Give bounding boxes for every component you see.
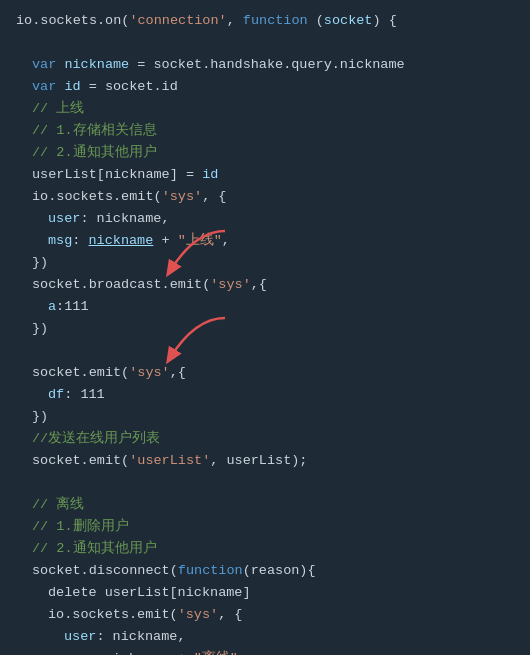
code-line-27: delete userList[nickname]: [0, 582, 530, 604]
code-line-28: io.sockets.emit('sys', {: [0, 604, 530, 626]
code-line-12: }): [0, 252, 530, 274]
code-line-1: io.sockets.on('connection', function (so…: [0, 10, 530, 32]
code-line-20: //发送在线用户列表: [0, 428, 530, 450]
code-line-29: user: nickname,: [0, 626, 530, 648]
code-line-23: // 离线: [0, 494, 530, 516]
code-line-15: }): [0, 318, 530, 340]
code-line-6: // 1.存储相关信息: [0, 120, 530, 142]
code-line-26: socket.disconnect(function(reason){: [0, 560, 530, 582]
code-line-4: var id = socket.id: [0, 76, 530, 98]
code-line-16: [0, 340, 530, 362]
code-line-9: io.sockets.emit('sys', {: [0, 186, 530, 208]
code-line-19: }): [0, 406, 530, 428]
code-line-22: [0, 472, 530, 494]
code-line-7: // 2.通知其他用户: [0, 142, 530, 164]
code-line-2: [0, 32, 530, 54]
code-line-8: userList[nickname] = id: [0, 164, 530, 186]
code-line-30: msg: nickname + "离线": [0, 648, 530, 655]
annotation-arrow-1: [155, 226, 235, 281]
code-line-11: msg: nickname + "上线",: [0, 230, 530, 252]
code-line-17: socket.emit('sys',{: [0, 362, 530, 384]
code-line-10: user: nickname,: [0, 208, 530, 230]
annotation-arrow-2: [155, 313, 235, 368]
code-line-18: df: 111: [0, 384, 530, 406]
code-line-3: var nickname = socket.handshake.query.ni…: [0, 54, 530, 76]
code-line-13: socket.broadcast.emit('sys',{: [0, 274, 530, 296]
code-line-25: // 2.通知其他用户: [0, 538, 530, 560]
code-line-21: socket.emit('userList', userList);: [0, 450, 530, 472]
code-line-14: a:111: [0, 296, 530, 318]
code-line-5: // 上线: [0, 98, 530, 120]
code-editor: io.sockets.on('connection', function (so…: [0, 0, 530, 655]
code-line-24: // 1.删除用户: [0, 516, 530, 538]
